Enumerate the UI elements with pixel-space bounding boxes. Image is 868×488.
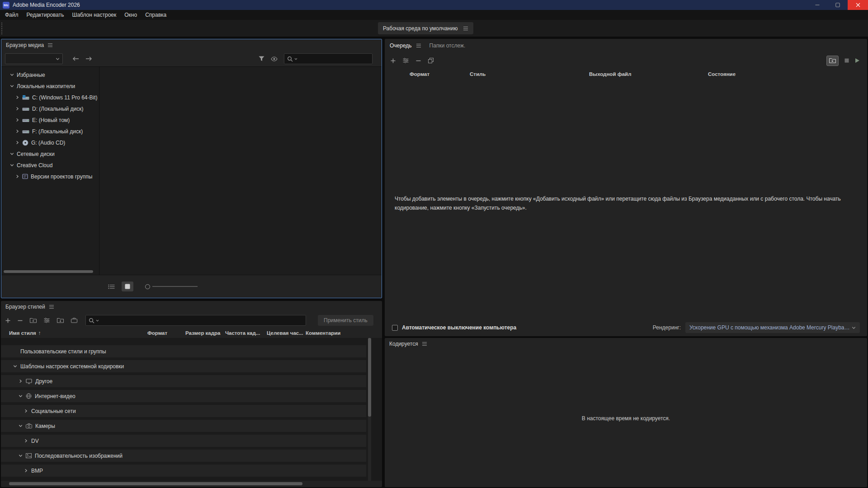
column-header-format[interactable]: Формат — [147, 330, 185, 336]
drive-icon — [22, 129, 29, 134]
panel-menu-icon[interactable] — [47, 43, 53, 47]
chevron-right-icon[interactable] — [24, 409, 28, 413]
zoom-slider-knob[interactable] — [145, 284, 150, 289]
column-header-frame-size[interactable]: Размер кадра — [185, 330, 225, 336]
add-output-button[interactable] — [403, 58, 409, 63]
preset-group-row[interactable]: Камеры — [1, 420, 366, 432]
media-tree-item[interactable]: Избранные — [1, 69, 99, 80]
add-source-button[interactable] — [391, 58, 396, 63]
media-search-input[interactable] — [299, 56, 369, 62]
chevron-down-icon[interactable] — [9, 152, 14, 156]
preview-toggle-button[interactable] — [271, 56, 278, 61]
preset-settings-button[interactable] — [44, 318, 50, 323]
preset-group-row[interactable]: Интернет-видео — [1, 390, 366, 402]
media-tree-item[interactable]: F: (Локальный диск) — [1, 126, 99, 137]
preset-search-input[interactable] — [100, 317, 303, 324]
preset-group-row[interactable]: Социальные сети — [1, 405, 366, 417]
apply-preset-button[interactable]: Применить стиль — [318, 315, 373, 326]
list-view-button[interactable] — [105, 282, 117, 291]
back-button[interactable] — [73, 56, 79, 61]
auto-shutdown-label[interactable]: Автоматическое выключение компьютера — [402, 324, 516, 331]
column-header-name[interactable]: Имя стиля ↑ — [9, 330, 147, 336]
column-header-output-file[interactable]: Выходной файл — [589, 71, 708, 77]
panel-menu-icon[interactable] — [422, 342, 427, 346]
column-header-comments[interactable]: Комментарии — [306, 330, 382, 336]
media-tree-item[interactable]: C: (Windows 11 Pro 64-Bit) — [1, 92, 99, 103]
media-tree-item[interactable]: Локальные накопители — [1, 80, 99, 92]
chevron-right-icon[interactable] — [24, 439, 28, 443]
chevron-down-icon[interactable] — [13, 364, 17, 368]
chevron-down-icon[interactable] — [18, 454, 23, 458]
chevron-down-icon[interactable] — [18, 424, 23, 428]
delete-preset-button[interactable] — [18, 318, 23, 323]
scrollbar-thumb[interactable] — [4, 270, 93, 273]
menu-item-edit[interactable]: Редактировать — [23, 10, 68, 20]
tab-watch-folders[interactable]: Папки отслеж. — [429, 42, 466, 49]
panel-menu-icon[interactable] — [49, 305, 54, 309]
media-tree-item[interactable]: G: (Audio CD) — [1, 137, 99, 148]
media-tree-item[interactable]: Creative Cloud — [1, 160, 99, 171]
chevron-right-icon[interactable] — [18, 379, 23, 383]
column-header-target-rate[interactable]: Целевая час... — [267, 330, 306, 336]
duplicate-item-button[interactable] — [428, 58, 434, 63]
minimize-button[interactable] — [807, 0, 827, 10]
chevron-right-icon[interactable] — [24, 469, 28, 473]
menu-item-file[interactable]: Файл — [1, 10, 23, 20]
close-button[interactable] — [848, 0, 868, 10]
chevron-right-icon[interactable] — [15, 107, 19, 111]
column-header-status[interactable]: Состояние — [708, 71, 867, 77]
import-preset-button[interactable] — [57, 318, 64, 323]
maximize-button[interactable] — [827, 0, 848, 10]
chevron-down-icon[interactable] — [9, 73, 14, 77]
media-source-dropdown[interactable] — [5, 53, 63, 64]
media-tree-item[interactable]: E: (Новый том) — [1, 114, 99, 126]
auto-shutdown-checkbox[interactable] — [392, 325, 398, 331]
renderer-dropdown[interactable]: Ускорение GPU с помощью механизма Adobe … — [685, 322, 860, 333]
preset-vscrollbar[interactable] — [368, 338, 371, 481]
workspace-bar-grip[interactable] — [1, 22, 3, 34]
preset-group-row[interactable]: Последовательность изображений — [1, 450, 366, 462]
new-group-button[interactable] — [30, 318, 37, 323]
zoom-slider[interactable] — [145, 284, 198, 289]
menu-item-window[interactable]: Окно — [120, 10, 141, 20]
media-tree-item[interactable]: Версии проектов группы — [1, 171, 99, 182]
preset-group-row[interactable]: DV — [1, 435, 366, 447]
chevron-down-icon[interactable] — [9, 84, 14, 88]
export-preset-button[interactable] — [71, 318, 77, 323]
preset-group-row[interactable]: Пользовательские стили и группы — [1, 345, 366, 357]
panel-menu-icon[interactable] — [416, 43, 421, 48]
chevron-right-icon[interactable] — [15, 129, 19, 133]
watch-folder-auto-encode-toggle[interactable] — [826, 56, 839, 66]
chevron-right-icon[interactable] — [15, 174, 19, 178]
chevron-down-icon[interactable] — [9, 163, 14, 167]
start-queue-button[interactable] — [855, 58, 860, 63]
media-tree-item[interactable]: D: (Локальный диск) — [1, 103, 99, 114]
menu-item-help[interactable]: Справка — [141, 10, 170, 20]
zoom-slider-track[interactable] — [152, 286, 198, 287]
forward-button[interactable] — [85, 56, 92, 61]
chevron-down-icon[interactable] — [18, 394, 23, 398]
column-header-preset[interactable]: Стиль — [470, 71, 589, 77]
workspace-menu-icon[interactable] — [463, 26, 468, 31]
preset-group-row[interactable]: BMP — [1, 465, 366, 477]
stop-queue-button[interactable] — [844, 58, 849, 63]
preset-group-row[interactable]: Шаблоны настроек системной кодировки — [1, 360, 366, 372]
chevron-right-icon[interactable] — [15, 95, 19, 99]
chevron-right-icon[interactable] — [15, 141, 19, 145]
new-preset-button[interactable] — [5, 318, 10, 323]
column-header-format[interactable]: Формат — [410, 71, 470, 77]
column-header-frame-rate[interactable]: Частота кад... — [225, 330, 267, 336]
tab-queue[interactable]: Очередь — [390, 42, 412, 49]
scrollbar-thumb[interactable] — [368, 338, 371, 417]
media-tree-item[interactable]: Сетевые диски — [1, 148, 99, 160]
media-browser-toolbar — [1, 51, 382, 66]
menu-item-preset[interactable]: Шаблон настроек — [68, 10, 120, 20]
chevron-right-icon[interactable] — [15, 118, 19, 122]
media-tree-hscrollbar[interactable] — [4, 270, 96, 273]
filter-button[interactable] — [259, 56, 264, 61]
thumbnail-view-button[interactable] — [122, 282, 133, 291]
remove-item-button[interactable] — [416, 58, 421, 63]
preset-hscrollbar[interactable] — [9, 482, 302, 485]
preset-group-row[interactable]: Другое — [1, 375, 366, 387]
workspace-tab[interactable]: Рабочая среда по умолчанию — [378, 22, 473, 34]
